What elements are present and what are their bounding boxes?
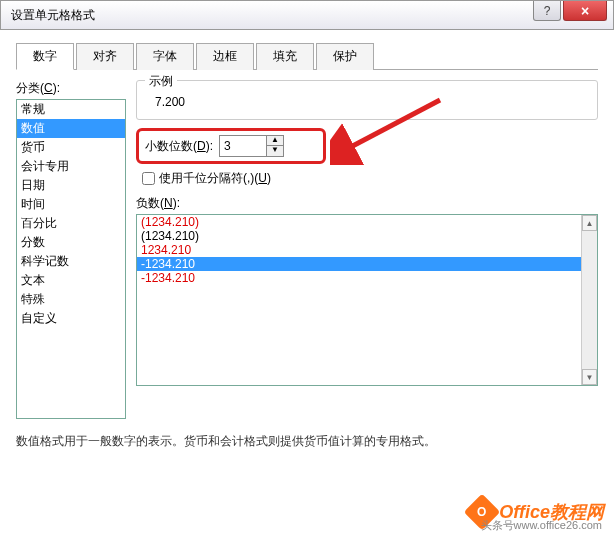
negative-item[interactable]: (1234.210) <box>137 215 597 229</box>
spinner-down-icon[interactable]: ▼ <box>267 146 283 156</box>
tab-font[interactable]: 字体 <box>136 43 194 70</box>
tab-alignment[interactable]: 对齐 <box>76 43 134 70</box>
category-list[interactable]: 常规 数值 货币 会计专用 日期 时间 百分比 分数 科学记数 文本 特殊 自定… <box>16 99 126 419</box>
tab-number[interactable]: 数字 <box>16 43 74 70</box>
titlebar: 设置单元格格式 ? × <box>0 0 614 30</box>
example-label: 示例 <box>145 73 177 90</box>
tab-protection[interactable]: 保护 <box>316 43 374 70</box>
scrollbar[interactable]: ▲ ▼ <box>581 215 597 385</box>
category-item[interactable]: 日期 <box>17 176 125 195</box>
dialog-body: 数字 对齐 字体 边框 填充 保护 分类(C): 常规 数值 货币 会计专用 日… <box>0 30 614 462</box>
thousands-row: 使用千位分隔符(,)(U) <box>136 170 598 187</box>
category-item[interactable]: 时间 <box>17 195 125 214</box>
tab-strip: 数字 对齐 字体 边框 填充 保护 <box>16 42 598 70</box>
category-item[interactable]: 数值 <box>17 119 125 138</box>
decimal-label: 小数位数(D): <box>145 138 213 155</box>
decimal-input[interactable] <box>220 136 266 156</box>
negative-item[interactable]: 1234.210 <box>137 243 597 257</box>
category-item[interactable]: 百分比 <box>17 214 125 233</box>
negative-item[interactable]: (1234.210) <box>137 229 597 243</box>
example-group: 示例 7.200 <box>136 80 598 120</box>
title-controls: ? × <box>533 1 607 21</box>
tab-border[interactable]: 边框 <box>196 43 254 70</box>
example-value: 7.200 <box>147 95 587 109</box>
decimal-spinner[interactable]: ▲ ▼ <box>219 135 284 157</box>
category-item[interactable]: 文本 <box>17 271 125 290</box>
category-item[interactable]: 科学记数 <box>17 252 125 271</box>
scroll-down-icon[interactable]: ▼ <box>582 369 597 385</box>
help-button[interactable]: ? <box>533 1 561 21</box>
thousands-label: 使用千位分隔符(,)(U) <box>159 170 271 187</box>
window-title: 设置单元格格式 <box>11 7 613 24</box>
category-item[interactable]: 特殊 <box>17 290 125 309</box>
category-item[interactable]: 会计专用 <box>17 157 125 176</box>
close-button[interactable]: × <box>563 1 607 21</box>
format-description: 数值格式用于一般数字的表示。货币和会计格式则提供货币值计算的专用格式。 <box>16 433 598 450</box>
settings-column: 示例 7.200 小数位数(D): ▲ ▼ 使用千位分隔符(,)(U) 负数(N… <box>136 80 598 419</box>
decimal-places-row: 小数位数(D): ▲ ▼ <box>136 128 326 164</box>
category-item[interactable]: 自定义 <box>17 309 125 328</box>
thousands-checkbox[interactable] <box>142 172 155 185</box>
content-area: 分类(C): 常规 数值 货币 会计专用 日期 时间 百分比 分数 科学记数 文… <box>16 70 598 419</box>
tab-fill[interactable]: 填充 <box>256 43 314 70</box>
watermark-subtext: 头条号www.office26.com <box>481 518 602 533</box>
scroll-up-icon[interactable]: ▲ <box>582 215 597 231</box>
category-item[interactable]: 分数 <box>17 233 125 252</box>
negative-label: 负数(N): <box>136 195 598 212</box>
category-column: 分类(C): 常规 数值 货币 会计专用 日期 时间 百分比 分数 科学记数 文… <box>16 80 126 419</box>
category-label: 分类(C): <box>16 80 126 97</box>
negative-list[interactable]: (1234.210) (1234.210) 1234.210 -1234.210… <box>136 214 598 386</box>
category-item[interactable]: 常规 <box>17 100 125 119</box>
negative-item[interactable]: -1234.210 <box>137 257 597 271</box>
negative-item[interactable]: -1234.210 <box>137 271 597 285</box>
category-item[interactable]: 货币 <box>17 138 125 157</box>
spinner-buttons: ▲ ▼ <box>266 136 283 156</box>
